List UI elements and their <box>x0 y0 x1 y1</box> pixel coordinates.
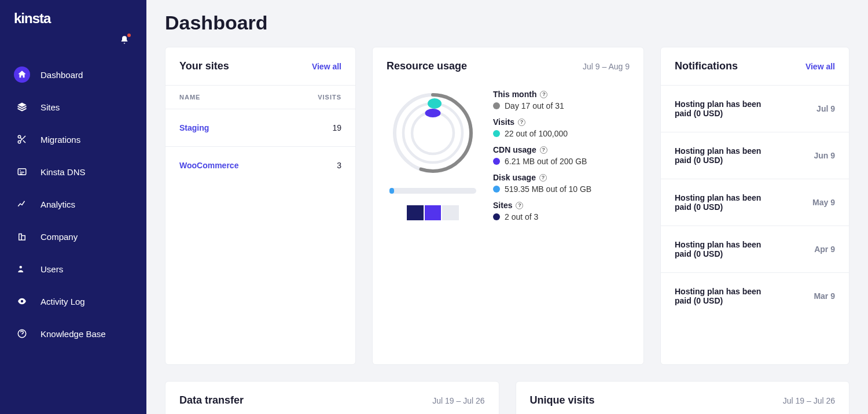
sidebar-item-label: Knowledge Base <box>41 329 106 339</box>
svg-point-1 <box>18 135 21 138</box>
home-icon <box>14 66 30 83</box>
resource-donut-chart <box>389 90 476 176</box>
table-row: Staging 19 <box>165 109 355 147</box>
stat-cdn-label: CDN usage <box>493 145 536 154</box>
dot-icon <box>493 213 500 220</box>
notification-text: Hosting plan has been paid (0 USD) <box>675 146 779 165</box>
info-icon[interactable]: ? <box>516 202 523 209</box>
sidebar-item-label: Migrations <box>41 135 80 145</box>
sidebar-item-label: Sites <box>41 102 60 112</box>
disk-usage-bar <box>389 188 476 194</box>
stat-disk-value: 519.35 MB out of 10 GB <box>505 184 591 194</box>
notification-date: Jul 9 <box>816 104 835 113</box>
notifications-card-title: Notifications <box>675 60 738 72</box>
notification-item[interactable]: Hosting plan has been paid (0 USD) Jun 9 <box>661 132 849 179</box>
notification-date: Jun 9 <box>814 151 835 160</box>
data-transfer-title: Data transfer <box>179 394 244 406</box>
globe-icon <box>14 164 30 180</box>
dot-icon <box>493 186 500 193</box>
stat-cdn-value: 6.21 MB out of 200 GB <box>505 157 587 166</box>
svg-point-4 <box>20 266 23 269</box>
nav-list: Dashboard Sites Migrations Kinsta DNS An… <box>0 61 146 352</box>
users-icon <box>14 261 30 277</box>
stat-visits-label: Visits <box>493 117 514 127</box>
sidebar-item-activity[interactable]: Activity Log <box>7 287 139 315</box>
notification-text: Hosting plan has been paid (0 USD) <box>675 287 779 305</box>
svg-point-2 <box>18 141 21 143</box>
sites-col-visits: VISITS <box>318 94 341 101</box>
sidebar-item-analytics[interactable]: Analytics <box>7 190 139 218</box>
sidebar-item-dashboard[interactable]: Dashboard <box>7 61 139 88</box>
dot-icon <box>493 102 500 109</box>
site-visits: 3 <box>337 161 341 170</box>
notification-item[interactable]: Hosting plan has been paid (0 USD) Apr 9 <box>661 226 849 272</box>
notification-item[interactable]: Hosting plan has been paid (0 USD) May 9 <box>661 179 849 226</box>
unique-visits-card: Unique visits Jul 19 – Jul 26 <box>516 381 850 414</box>
unique-visits-date-range: Jul 19 – Jul 26 <box>783 396 835 405</box>
resource-date-range: Jul 9 – Aug 9 <box>583 62 630 71</box>
svg-point-10 <box>425 109 441 117</box>
scissors-icon <box>14 131 30 147</box>
site-visits: 19 <box>332 123 341 132</box>
stat-month-value: Day 17 out of 31 <box>505 101 564 110</box>
info-icon[interactable]: ? <box>540 91 547 98</box>
table-row: WooCommerce 3 <box>165 147 355 184</box>
sites-usage-blocks <box>407 205 459 220</box>
notification-item[interactable]: Hosting plan has been paid (0 USD) Jul 9 <box>661 85 849 132</box>
sidebar-item-label: Kinsta DNS <box>41 167 86 177</box>
stat-disk-label: Disk usage <box>493 173 536 182</box>
svg-text:KINSTA: KINSTA <box>14 12 52 25</box>
sidebar-item-company[interactable]: Company <box>7 223 139 250</box>
sidebar-item-migrations[interactable]: Migrations <box>7 125 139 153</box>
sidebar-item-sites[interactable]: Sites <box>7 93 139 121</box>
resource-usage-card: Resource usage Jul 9 – Aug 9 <box>372 47 644 365</box>
sites-col-name: NAME <box>179 94 200 101</box>
sidebar-item-label: Activity Log <box>41 297 85 306</box>
stat-month-label: This month <box>493 90 536 99</box>
stat-visits-value: 22 out of 100,000 <box>505 129 568 138</box>
resource-card-title: Resource usage <box>387 60 467 72</box>
question-icon <box>14 326 30 342</box>
sidebar-item-label: Analytics <box>41 199 75 209</box>
sites-card: Your sites View all NAME VISITS Staging … <box>165 47 356 365</box>
sidebar-item-users[interactable]: Users <box>7 255 139 283</box>
sidebar-item-knowledge[interactable]: Knowledge Base <box>7 320 139 348</box>
info-icon[interactable]: ? <box>518 119 525 126</box>
sidebar: KINSTA Dashboard Sites Migrations Kinsta… <box>0 0 146 414</box>
dot-icon <box>493 158 500 165</box>
eye-icon <box>14 293 30 309</box>
notification-text: Hosting plan has been paid (0 USD) <box>675 193 779 212</box>
stat-sites-value: 2 out of 3 <box>505 212 538 221</box>
chart-icon <box>14 196 30 212</box>
notification-item[interactable]: Hosting plan has been paid (0 USD) Mar 9 <box>661 272 849 319</box>
notification-date: May 9 <box>812 198 835 207</box>
layers-icon <box>14 99 30 115</box>
svg-point-11 <box>420 120 446 146</box>
notification-date: Mar 9 <box>814 291 835 301</box>
sites-card-title: Your sites <box>179 60 229 72</box>
sites-view-all-link[interactable]: View all <box>312 62 341 71</box>
info-icon[interactable]: ? <box>539 174 547 182</box>
notification-date: Apr 9 <box>814 245 835 254</box>
page-title: Dashboard <box>165 12 849 34</box>
dot-icon <box>493 130 500 137</box>
notification-text: Hosting plan has been paid (0 USD) <box>675 240 779 258</box>
main-content: Dashboard Your sites View all NAME VISIT… <box>146 0 868 414</box>
data-transfer-card: Data transfer Jul 19 – Jul 26 <box>165 381 499 414</box>
unique-visits-title: Unique visits <box>530 394 595 406</box>
info-icon[interactable]: ? <box>540 146 547 154</box>
data-transfer-date-range: Jul 19 – Jul 26 <box>432 396 484 405</box>
notification-text: Hosting plan has been paid (0 USD) <box>675 99 779 118</box>
brand-logo[interactable]: KINSTA <box>0 12 146 35</box>
site-link[interactable]: Staging <box>179 123 209 132</box>
building-icon <box>14 228 30 245</box>
sidebar-item-label: Company <box>41 232 78 242</box>
bell-icon <box>120 35 129 45</box>
site-link[interactable]: WooCommerce <box>179 161 238 170</box>
sidebar-item-dns[interactable]: Kinsta DNS <box>7 158 139 186</box>
stat-sites-label: Sites <box>493 201 512 210</box>
notifications-bell[interactable] <box>0 35 146 61</box>
notifications-card: Notifications View all Hosting plan has … <box>660 47 849 365</box>
sidebar-item-label: Dashboard <box>41 70 83 80</box>
notifications-view-all-link[interactable]: View all <box>806 62 835 71</box>
